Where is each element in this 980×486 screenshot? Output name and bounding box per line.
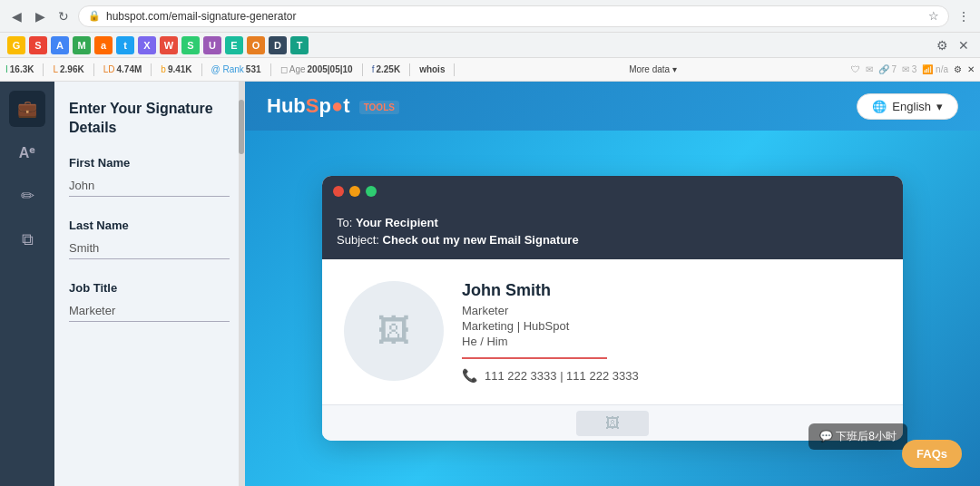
- seo-ld: LD 4.74M: [103, 64, 142, 74]
- seo-links: L 2.96K: [53, 64, 83, 74]
- ext-extra3-icon[interactable]: D: [269, 36, 287, 54]
- address-bar[interactable]: 🔒 hubspot.com/email-signature-generator …: [78, 5, 949, 27]
- tool-text-style[interactable]: Aᵉ: [9, 134, 45, 170]
- form-panel-scrollbar[interactable]: [239, 82, 244, 486]
- signature-divider: [462, 357, 607, 359]
- recipient-value: Your Recipient: [356, 216, 438, 229]
- seo-rank: @ Rank 531: [211, 64, 261, 74]
- seo-mail3-icon: ✉ 3: [902, 64, 916, 74]
- back-button[interactable]: ◀: [7, 7, 25, 25]
- subject-label: Subject:: [337, 233, 379, 247]
- seo-shield-icon: 🛡: [851, 64, 860, 74]
- text-style-icon: Aᵉ: [19, 144, 36, 161]
- ext-extra2-icon[interactable]: O: [247, 36, 265, 54]
- copy-icon: ⧉: [22, 230, 34, 249]
- extensions-button[interactable]: ⋮: [955, 7, 973, 25]
- seo-link7-icon: 🔗 7: [878, 64, 897, 74]
- first-name-input[interactable]: [69, 175, 230, 197]
- hubspot-logo: HubSp●t TOOLS: [267, 94, 399, 118]
- seo-wifi-icon: 📶 n/a: [922, 64, 948, 74]
- signature-photo: 🖼: [344, 281, 444, 381]
- job-title-group: Job Title: [69, 281, 230, 322]
- briefcase-icon: 💼: [17, 99, 37, 119]
- seo-b: b 9.41K: [161, 64, 191, 74]
- extensions-bar: G S A M a t X W S U E O D T ⚙ ✕: [0, 33, 980, 58]
- seo-indexed: I 16.3K: [5, 64, 34, 74]
- ext-extra1-icon[interactable]: E: [225, 36, 243, 54]
- first-name-group: First Name: [69, 156, 230, 197]
- tool-copy[interactable]: ⧉: [9, 221, 45, 258]
- forward-button[interactable]: ▶: [31, 7, 49, 25]
- seo-close-icon[interactable]: ✕: [967, 64, 975, 74]
- close-button[interactable]: ✕: [955, 36, 973, 54]
- form-title: Enter Your Signature Details: [69, 100, 230, 138]
- tool-pencil[interactable]: ✏: [9, 178, 45, 214]
- last-name-group: Last Name: [69, 219, 230, 259]
- signature-title: Marketer: [462, 304, 881, 317]
- last-name-input[interactable]: [69, 238, 230, 259]
- email-body: 🖼 John Smith Marketer Marketing | HubSpo…: [322, 259, 903, 404]
- seo-msg-icon: ✉: [866, 64, 873, 74]
- ext-extra4-icon[interactable]: T: [290, 36, 309, 54]
- seo-bar: I 16.3K L 2.96K LD 4.74M b 9.41K @ Rank …: [0, 58, 980, 82]
- ext-woorank-icon[interactable]: W: [160, 36, 178, 54]
- star-icon: ☆: [928, 9, 939, 23]
- email-window: To: Your Recipient Subject: Check out my…: [322, 176, 903, 441]
- ext-twitter-icon[interactable]: t: [116, 36, 134, 54]
- first-name-label: First Name: [69, 156, 230, 170]
- browser-toolbar: ◀ ▶ ↻ 🔒 hubspot.com/email-signature-gene…: [0, 0, 980, 33]
- language-label: English: [892, 100, 931, 113]
- signature-info: John Smith Marketer Marketing | HubSpot …: [462, 281, 881, 383]
- settings-button[interactable]: ⚙: [933, 36, 951, 54]
- last-name-label: Last Name: [69, 219, 230, 232]
- signature-name: John Smith: [462, 281, 881, 300]
- seo-more-data[interactable]: More data ▾: [629, 64, 677, 74]
- globe-icon: 🌐: [872, 100, 887, 113]
- email-to-line: To: Your Recipient: [337, 216, 888, 229]
- preview-area: HubSp●t TOOLS 🌐 English ▾: [245, 82, 980, 486]
- ext-alexa-icon[interactable]: X: [138, 36, 156, 54]
- ext-ubersuggest-icon[interactable]: U: [203, 36, 221, 54]
- ext-semrush-icon[interactable]: S: [29, 36, 47, 54]
- pencil-icon: ✏: [21, 186, 34, 206]
- phone-value: 111 222 3333 | 111 222 3333: [485, 369, 639, 383]
- hubspot-header: HubSp●t TOOLS 🌐 English ▾: [245, 82, 980, 131]
- ext-ahrefs-icon[interactable]: a: [94, 36, 113, 54]
- main-content: 💼 Aᵉ ✏ ⧉ Enter Your Signature Details Fi…: [0, 82, 980, 486]
- tool-sidebar: 💼 Aᵉ ✏ ⧉: [0, 82, 54, 486]
- window-minimize-dot: [349, 186, 360, 197]
- subject-value: Check out my new Email Signature: [383, 233, 579, 247]
- ext-moz-icon[interactable]: M: [73, 36, 91, 54]
- signature-pronouns: He / Him: [462, 335, 881, 348]
- footer-image-icon: 🖼: [605, 415, 620, 432]
- ext-google-icon[interactable]: G: [7, 36, 25, 54]
- signature-phone: 📞 111 222 3333 | 111 222 3333: [462, 368, 881, 383]
- seo-settings-icon[interactable]: ⚙: [954, 64, 962, 74]
- seo-age: ◻ Age 2005|05|10: [280, 64, 353, 74]
- faqs-button[interactable]: FAQs: [902, 440, 962, 468]
- tool-briefcase[interactable]: 💼: [9, 91, 45, 127]
- seo-whois[interactable]: whois: [419, 64, 445, 74]
- phone-icon: 📞: [462, 368, 477, 383]
- ext-spyfu-icon[interactable]: S: [181, 36, 200, 54]
- ext-analytics-icon[interactable]: A: [51, 36, 69, 54]
- chevron-down-icon: ▾: [936, 100, 943, 113]
- footer-image: 🖼: [576, 411, 649, 436]
- job-title-input[interactable]: [69, 300, 230, 322]
- signature-company: Marketing | HubSpot: [462, 319, 881, 333]
- email-titlebar: [322, 176, 903, 207]
- email-footer: 🖼: [322, 404, 903, 441]
- scrollbar-thumb: [239, 100, 244, 154]
- to-label: To:: [337, 216, 352, 229]
- tools-badge: TOOLS: [359, 101, 399, 114]
- language-button[interactable]: 🌐 English ▾: [857, 93, 958, 120]
- seo-fb: f 2.25K: [372, 64, 400, 74]
- refresh-button[interactable]: ↻: [54, 7, 73, 25]
- email-subject-line: Subject: Check out my new Email Signatur…: [337, 233, 888, 247]
- url-text: hubspot.com/email-signature-generator: [106, 10, 296, 23]
- email-header: To: Your Recipient Subject: Check out my…: [322, 207, 903, 259]
- photo-placeholder-icon: 🖼: [377, 312, 410, 350]
- form-panel: Enter Your Signature Details First Name …: [54, 82, 245, 486]
- job-title-label: Job Title: [69, 281, 230, 295]
- window-close-dot: [333, 186, 344, 197]
